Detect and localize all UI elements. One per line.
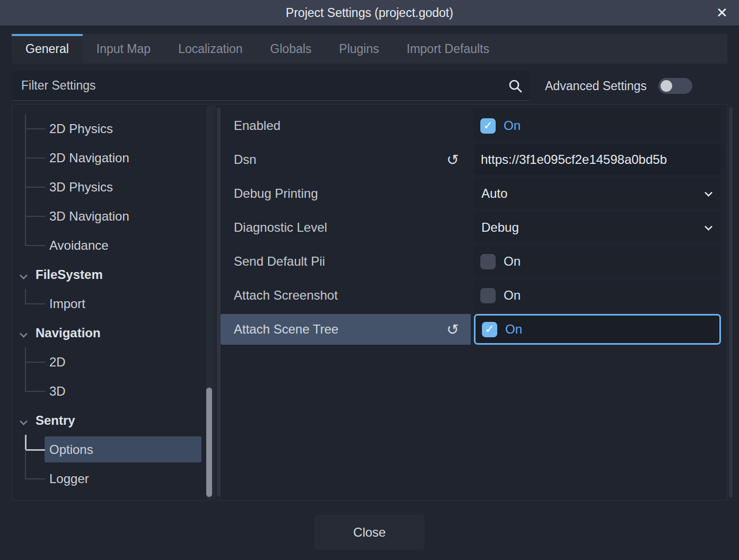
tree-guide	[25, 478, 45, 479]
tree-category-label: Navigation	[36, 326, 101, 340]
tree-guide	[25, 450, 26, 464]
tree-item-label: Import	[49, 296, 85, 311]
setting-label: Diagnostic Level	[234, 211, 327, 244]
sidebar-scrollbar-thumb[interactable]	[206, 388, 212, 497]
tree-guide	[25, 216, 45, 217]
diagnostic-level-dropdown[interactable]: Debug	[474, 212, 721, 243]
tree-category-label: Sentry	[36, 413, 75, 428]
setting-row-dsn: Dsn ↺ https://3f1e095cf2e14598a0bd5b	[215, 143, 727, 177]
setting-label: Debug Printing	[234, 177, 318, 211]
advanced-settings-toggle[interactable]	[658, 78, 692, 94]
tree-guide	[25, 245, 45, 246]
tab-input-map[interactable]: Input Map	[83, 34, 164, 64]
tree-item-2d-navigation[interactable]: 2D Navigation	[12, 143, 213, 172]
tab-bar: General Input Map Localization Globals P…	[12, 34, 727, 64]
setting-row-debug-printing: Debug Printing Auto	[215, 177, 727, 211]
enabled-checkbox-cell[interactable]: ✓ On	[474, 110, 721, 141]
setting-row-attach-scene-tree: Attach Scene Tree ↺ ✓ On	[215, 312, 727, 346]
tree-guide	[25, 187, 45, 188]
search-icon	[508, 78, 523, 93]
tree-item-label: 3D	[49, 384, 66, 399]
checkbox-unchecked-icon[interactable]: ✓	[480, 288, 496, 303]
setting-label: Dsn	[234, 143, 257, 177]
tree-item-navigation[interactable]: Navigation	[12, 318, 213, 347]
tree-item-avoidance[interactable]: Avoidance	[12, 231, 213, 260]
tab-import-defaults[interactable]: Import Defaults	[393, 34, 503, 64]
setting-row-attach-screenshot: Attach Screenshot ✓ On	[215, 278, 727, 312]
tree-item-logger[interactable]: Logger	[12, 464, 213, 493]
tree-item-3d-physics[interactable]: 3D Physics	[12, 172, 213, 202]
tree-item-3d-navigation[interactable]: 3D Navigation	[12, 202, 213, 231]
project-settings-dialog: Project Settings (project.godot) ✕ Gener…	[0, 0, 739, 560]
settings-panel: Enabled ✓ On Dsn ↺ https://3f1e095cf2e14…	[215, 104, 727, 501]
settings-category-tree: 2D Physics 2D Navigation 3D Physics 3D N…	[12, 104, 214, 501]
tree-guide	[25, 231, 26, 246]
chevron-down-icon[interactable]	[20, 330, 28, 338]
setting-label: Send Default Pii	[234, 244, 325, 278]
tree-category-label: FileSystem	[36, 267, 103, 282]
setting-label: Enabled	[234, 109, 280, 143]
tree-guide	[25, 435, 27, 450]
settings-scrollbar-track-right	[729, 107, 733, 497]
dropdown-selected-value: Debug	[481, 220, 519, 235]
tree-item-label: Logger	[49, 471, 89, 486]
close-icon[interactable]: ✕	[714, 4, 731, 21]
setting-row-send-default-pii: Send Default Pii ✓ On	[215, 244, 727, 278]
tree-item-filesystem[interactable]: FileSystem	[12, 260, 213, 289]
send-default-pii-checkbox-cell[interactable]: ✓ On	[474, 246, 721, 277]
tree-guide	[25, 464, 26, 479]
tree-item-2d-physics[interactable]: 2D Physics	[12, 114, 213, 143]
attach-scene-tree-checkbox-cell[interactable]: ✓ On	[474, 314, 721, 345]
tree-guide	[25, 449, 45, 451]
attach-screenshot-checkbox-cell[interactable]: ✓ On	[474, 280, 721, 311]
setting-row-enabled: Enabled ✓ On	[215, 109, 727, 143]
tree-item-import[interactable]: Import	[12, 289, 213, 318]
checkbox-unchecked-icon[interactable]: ✓	[480, 254, 496, 269]
tree-guide	[25, 391, 45, 392]
filter-row: Filter Settings Advanced Settings	[12, 71, 727, 101]
revert-icon[interactable]: ↺	[442, 312, 463, 346]
tree-guide	[25, 303, 45, 304]
close-button[interactable]: Close	[314, 515, 425, 550]
chevron-down-icon	[705, 189, 713, 197]
tab-plugins[interactable]: Plugins	[325, 34, 393, 64]
tab-localization[interactable]: Localization	[164, 34, 256, 64]
checkbox-state-label: On	[505, 322, 522, 337]
tree-item-label: 3D Physics	[49, 180, 113, 195]
advanced-settings-label: Advanced Settings	[545, 79, 647, 93]
tree-item-label: 2D Navigation	[49, 151, 129, 165]
tree-guide	[25, 377, 26, 391]
checkbox-state-label: On	[504, 118, 521, 133]
dsn-value: https://3f1e095cf2e14598a0bd5b	[481, 152, 667, 167]
tree-item-sentry[interactable]: Sentry	[12, 406, 213, 435]
tree-item-2d[interactable]: 2D	[12, 347, 213, 377]
tree-guide	[25, 289, 26, 304]
setting-label: Attach Scene Tree	[234, 312, 338, 346]
check-icon: ✓	[483, 120, 492, 132]
tree-item-label: 2D Physics	[49, 121, 113, 136]
toggle-knob	[661, 80, 672, 92]
revert-icon[interactable]: ↺	[442, 143, 463, 177]
checkbox-checked-icon[interactable]: ✓	[480, 118, 496, 134]
tree-guide	[25, 362, 45, 363]
tree-item-options-selected[interactable]: Options	[12, 435, 213, 464]
checkbox-checked-icon[interactable]: ✓	[482, 322, 497, 337]
checkbox-state-label: On	[504, 288, 521, 303]
chevron-down-icon	[705, 223, 713, 231]
dialog-title: Project Settings (project.godot)	[286, 6, 453, 20]
titlebar: Project Settings (project.godot) ✕	[0, 0, 739, 25]
chevron-down-icon[interactable]	[20, 417, 28, 426]
tree-item-label: 3D Navigation	[49, 209, 129, 224]
tree-guide	[25, 128, 45, 129]
dsn-text-input[interactable]: https://3f1e095cf2e14598a0bd5b	[474, 144, 721, 175]
tree-item-label: 2D	[49, 355, 66, 370]
tree-item-label: Options	[49, 442, 93, 457]
dropdown-selected-value: Auto	[481, 186, 507, 201]
chevron-down-icon[interactable]	[20, 272, 28, 280]
tab-globals[interactable]: Globals	[257, 34, 325, 64]
check-icon: ✓	[485, 323, 494, 335]
tab-general[interactable]: General	[12, 34, 83, 64]
filter-settings-input[interactable]: Filter Settings	[12, 71, 530, 101]
debug-printing-dropdown[interactable]: Auto	[474, 178, 721, 209]
tree-item-3d[interactable]: 3D	[12, 377, 213, 406]
